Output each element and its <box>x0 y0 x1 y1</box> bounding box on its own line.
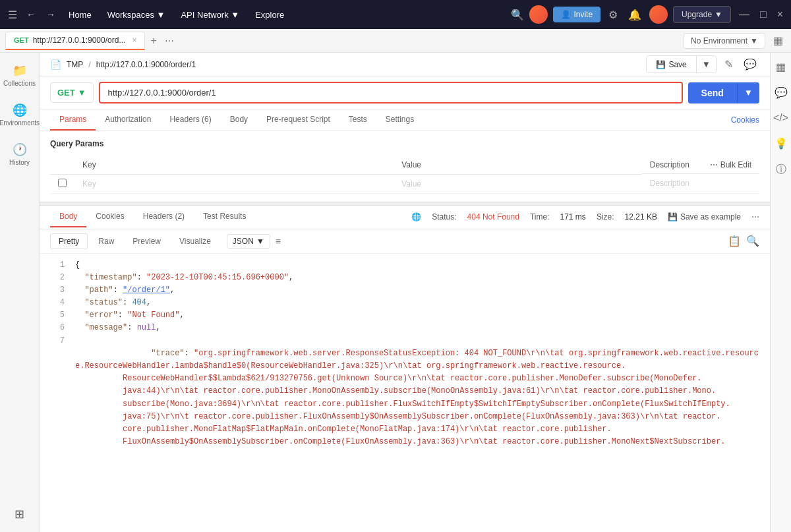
invite-icon: 👤 <box>561 10 571 19</box>
bell-icon[interactable]: 🔔 <box>626 6 644 24</box>
row-checkbox[interactable] <box>50 174 74 193</box>
sidebar-item-workspaces[interactable]: ⊞ <box>3 502 37 527</box>
breadcrumb-workspace[interactable]: TMP <box>67 60 83 69</box>
more-tabs-icon[interactable]: ⋯ <box>162 33 177 49</box>
environment-selector[interactable]: No Environment ▼ <box>684 33 765 49</box>
resp-body-tab-pretty[interactable]: Pretty <box>50 233 88 249</box>
new-tab-button[interactable]: + <box>148 32 159 49</box>
sidebar-history-label: History <box>9 159 30 166</box>
resp-tab-headers[interactable]: Headers (2) <box>134 206 194 227</box>
tab-headers[interactable]: Headers (6) <box>160 109 220 131</box>
breadcrumb: 📄 TMP / http://127.0.0.1:9000/order/1 💾 … <box>40 53 770 76</box>
method-label: GET <box>57 88 75 98</box>
tab-body[interactable]: Body <box>221 109 257 131</box>
code-line-6: 6 "message": null, <box>40 322 770 334</box>
method-selector[interactable]: GET ▼ <box>50 82 94 103</box>
comment-icon[interactable]: 💬 <box>741 55 759 73</box>
right-sidebar-bulb-icon[interactable]: 💡 <box>772 134 790 152</box>
forward-btn[interactable]: → <box>42 7 59 22</box>
save-icon: 💾 <box>656 60 666 69</box>
cookies-button[interactable]: Cookies <box>731 110 759 130</box>
nav-api-network[interactable]: API Network ▼ <box>174 7 246 22</box>
param-checkbox[interactable] <box>58 179 67 187</box>
right-sidebar-comment-icon[interactable]: 💬 <box>772 84 790 102</box>
tab-url-label: http://127.0.0.1:9000/ord... <box>33 36 126 45</box>
resp-tab-cookies[interactable]: Cookies <box>86 206 133 227</box>
code-line-7: 7 "trace": "org.springframework.web.serv… <box>40 335 770 461</box>
code-line-3: 3 "path": "/order/1", <box>40 284 770 297</box>
tab-pre-request-script[interactable]: Pre-request Script <box>257 109 339 131</box>
send-dropdown-button[interactable]: ▼ <box>737 82 759 103</box>
upgrade-button[interactable]: Upgrade ▼ <box>673 6 731 23</box>
resp-body-tab-raw[interactable]: Raw <box>90 234 122 249</box>
back-btn[interactable]: ← <box>22 7 40 22</box>
tab-params[interactable]: Params <box>50 109 96 131</box>
nav-workspaces[interactable]: Workspaces ▼ <box>101 7 172 22</box>
send-button[interactable]: Send <box>688 82 737 103</box>
request-tabs: Params Authorization Headers (6) Body Pr… <box>40 109 770 131</box>
checkbox-header <box>50 156 74 174</box>
save-example-button[interactable]: 💾 Save as example <box>668 212 741 222</box>
sidebar-item-environments[interactable]: 🌐 Environments <box>3 98 37 132</box>
menu-icon[interactable]: ☰ <box>5 6 20 24</box>
response-body: Pretty Raw Preview Visualize JSON ▼ ≡ 📋 … <box>40 229 770 533</box>
format-selector[interactable]: JSON ▼ <box>227 234 270 249</box>
resp-body-tab-preview[interactable]: Preview <box>125 234 169 249</box>
desc-header: Description ⋯ Bulk Edit <box>642 156 759 174</box>
bulk-edit-button[interactable]: ⋯ Bulk Edit <box>710 160 751 169</box>
row-value-input-cell[interactable]: Value <box>394 174 642 193</box>
code-viewer[interactable]: 1 { 2 "timestamp": "2023-12-10T00:45:15.… <box>40 254 770 533</box>
nav-explore[interactable]: Explore <box>249 7 291 22</box>
topbar: ☰ ← → Home Workspaces ▼ API Network ▼ Ex… <box>0 0 791 29</box>
tab-method-label: GET <box>14 36 29 44</box>
resp-tab-test-results[interactable]: Test Results <box>194 206 255 227</box>
row-key-input-cell[interactable]: Key <box>74 174 394 193</box>
layout-icon[interactable]: ▦ <box>771 32 786 49</box>
resp-tab-body[interactable]: Body <box>50 206 86 227</box>
edit-icon[interactable]: ✎ <box>722 55 736 73</box>
params-table: Key Value Description ⋯ Bulk Edit <box>50 156 759 194</box>
size-label: Size: <box>597 212 614 222</box>
search-response-icon[interactable]: 🔍 <box>746 235 759 247</box>
right-sidebar: ▦ 💬 </> 💡 ⓘ <box>770 53 791 532</box>
close-icon[interactable]: × <box>775 6 786 23</box>
breadcrumb-actions: 💾 Save ▼ ✎ 💬 <box>646 55 759 73</box>
response-more-icon[interactable]: ⋯ <box>751 212 759 222</box>
minimize-icon[interactable]: — <box>736 6 752 23</box>
settings-icon[interactable]: ⚙ <box>606 6 620 24</box>
resp-body-tab-visualize[interactable]: Visualize <box>171 234 219 249</box>
sidebar-item-collections[interactable]: 📁 Collections <box>3 58 37 92</box>
code-line-2: 2 "timestamp": "2023-12-10T00:45:15.696+… <box>40 272 770 284</box>
sidebar-environments-label: Environments <box>0 119 40 127</box>
tab-settings[interactable]: Settings <box>376 109 423 131</box>
right-sidebar-info-icon[interactable]: ⓘ <box>773 160 789 179</box>
history-icon: 🕐 <box>13 142 27 157</box>
maximize-icon[interactable]: □ <box>757 6 769 23</box>
key-header: Key <box>74 156 394 174</box>
sidebar-item-history[interactable]: 🕐 History <box>3 137 37 171</box>
row-desc-input-cell[interactable]: Description <box>642 174 759 193</box>
status-value: 404 Not Found <box>467 212 519 222</box>
save-button[interactable]: 💾 Save <box>647 57 695 73</box>
request-tab[interactable]: GET http://127.0.0.1:9000/ord... × <box>5 32 145 50</box>
tabbar: GET http://127.0.0.1:9000/ord... × + ⋯ N… <box>0 29 791 53</box>
response-tabs-row: Body Cookies Headers (2) Test Results 🌐 … <box>40 206 770 229</box>
globe-icon: 🌐 <box>411 212 421 222</box>
tab-tests[interactable]: Tests <box>339 109 376 131</box>
search-icon[interactable]: 🔍 <box>511 9 524 21</box>
params-empty-row: Key Value Description <box>50 174 759 193</box>
right-sidebar-layout-icon[interactable]: ▦ <box>773 58 788 76</box>
filter-icon[interactable]: ≡ <box>276 236 281 247</box>
save-dropdown-button[interactable]: ▼ <box>696 56 716 73</box>
invite-button[interactable]: 👤 Invite <box>553 7 601 22</box>
url-input[interactable] <box>100 83 682 102</box>
tab-close-icon[interactable]: × <box>132 36 136 45</box>
copy-icon[interactable]: 📋 <box>728 235 741 247</box>
format-chevron-icon: ▼ <box>256 237 264 246</box>
query-params-title: Query Params <box>50 139 759 148</box>
nav-home[interactable]: Home <box>62 7 98 22</box>
right-sidebar-code-icon[interactable]: </> <box>771 109 791 127</box>
tab-authorization[interactable]: Authorization <box>96 109 160 131</box>
response-area: Body Cookies Headers (2) Test Results 🌐 … <box>40 206 770 533</box>
main-area: 📁 Collections 🌐 Environments 🕐 History ⊞… <box>0 53 791 532</box>
